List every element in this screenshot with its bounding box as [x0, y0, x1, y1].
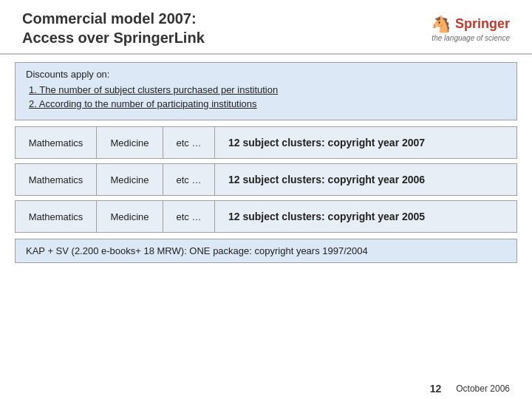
med-cell-2007: Medicine	[97, 127, 163, 158]
etc-cell-2006: etc …	[163, 164, 215, 195]
footer-page-number: 12	[430, 383, 442, 395]
cluster-row-2007: Mathematics Medicine etc … 12 subject cl…	[15, 126, 517, 159]
title-line2: Access over SpringerLink	[22, 30, 205, 46]
etc-cell-2007: etc …	[163, 127, 215, 158]
math-cell-2005: Mathematics	[16, 201, 97, 232]
footer: 12 October 2006	[0, 378, 532, 399]
springer-logo: 🐴 Springer the language of science	[431, 15, 510, 42]
desc-cell-2007: 12 subject clusters: copyright year 2007	[215, 127, 516, 158]
kap-box: KAP + SV (2.200 e-books+ 18 MRW): ONE pa…	[15, 239, 517, 263]
desc-cell-2006: 12 subject clusters: copyright year 2006	[215, 164, 516, 195]
med-cell-2006: Medicine	[97, 164, 163, 195]
header-title: Commercial model 2007: Access over Sprin…	[22, 9, 205, 47]
med-cell-2005: Medicine	[97, 201, 163, 232]
discounts-box: Discounts apply on: 1. The number of sub…	[15, 62, 517, 120]
title-line1: Commercial model 2007:	[22, 10, 197, 27]
cluster-row-2005: Mathematics Medicine etc … 12 subject cl…	[15, 200, 517, 233]
desc-cell-2005: 12 subject clusters: copyright year 2005	[215, 201, 516, 232]
springer-tagline: the language of science	[432, 34, 510, 42]
kap-text-underline: ONE package:	[189, 245, 252, 256]
etc-cell-2005: etc …	[163, 201, 215, 232]
kap-text-after: copyright years 1997/2004	[252, 245, 368, 256]
discounts-item1: 1. The number of subject clusters purcha…	[26, 84, 506, 95]
header: Commercial model 2007: Access over Sprin…	[0, 0, 532, 55]
kap-text-before: KAP + SV (2.200 e-books+ 18 MRW):	[26, 245, 189, 256]
cluster-row-2006: Mathematics Medicine etc … 12 subject cl…	[15, 163, 517, 196]
math-cell-2007: Mathematics	[16, 127, 97, 158]
discounts-item2: 2. According to the number of participat…	[26, 98, 506, 109]
footer-date: October 2006	[456, 383, 510, 394]
discounts-title: Discounts apply on:	[26, 69, 506, 80]
springer-name: Springer	[455, 16, 510, 32]
math-cell-2006: Mathematics	[16, 164, 97, 195]
cluster-rows: Mathematics Medicine etc … 12 subject cl…	[15, 126, 517, 233]
springer-horse-icon: 🐴	[431, 15, 451, 34]
